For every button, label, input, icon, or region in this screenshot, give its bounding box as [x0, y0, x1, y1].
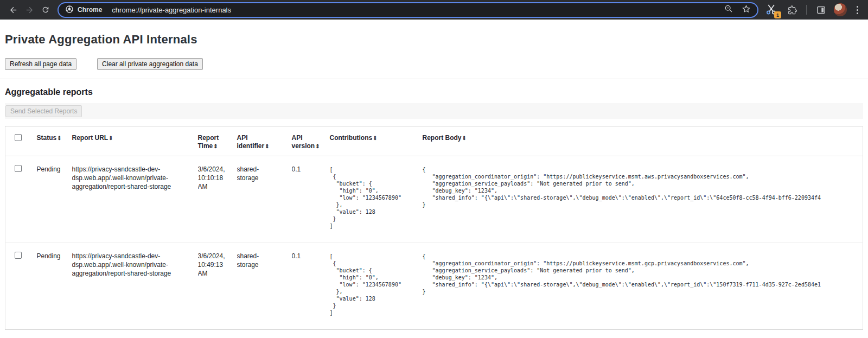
- reports-table: Status⇕ Report URL⇕ Report Time⇕ API ide…: [5, 126, 863, 330]
- back-button[interactable]: [5, 2, 21, 17]
- side-panel-button[interactable]: [813, 2, 828, 17]
- reports-table-toolbar: Send Selected Reports: [5, 103, 863, 119]
- sort-icon: ⇕: [315, 143, 320, 149]
- select-all-checkbox[interactable]: [15, 134, 22, 141]
- sort-icon: ⇕: [373, 135, 377, 141]
- header-report-url[interactable]: Report URL⇕: [72, 126, 198, 156]
- contributions-json: [ { "bucket": { "high": "0", "low": "123…: [330, 166, 417, 229]
- site-chip-label: Chrome: [78, 6, 102, 14]
- zoom-icon[interactable]: [724, 4, 733, 15]
- table-header-row: Status⇕ Report URL⇕ Report Time⇕ API ide…: [5, 126, 863, 156]
- row-checkbox[interactable]: [15, 252, 22, 259]
- site-chip: Chrome: [65, 5, 102, 15]
- report-body-json: { "aggregation_coordinator_origin": "htt…: [423, 166, 863, 208]
- sort-icon: ⇕: [213, 143, 218, 149]
- refresh-all-button[interactable]: Refresh all page data: [5, 58, 76, 70]
- address-bar[interactable]: Chrome chrome://private-aggregation-inte…: [58, 2, 758, 18]
- profile-avatar[interactable]: [834, 3, 847, 16]
- status-cell: Pending: [37, 156, 72, 243]
- sort-icon: ⇕: [108, 135, 113, 141]
- forward-icon: [25, 5, 34, 15]
- report-body-cell: { "aggregation_coordinator_origin": "htt…: [423, 243, 863, 330]
- report-time-cell: 3/6/2024, 10:10:18 AM: [198, 156, 237, 243]
- aggregatable-reports-heading: Aggregatable reports: [5, 87, 863, 97]
- url-text[interactable]: chrome://private-aggregation-internals: [112, 6, 724, 14]
- section-divider: [0, 79, 868, 79]
- report-url-cell: https://privacy-sandcastle-dev-dsp.web.a…: [72, 243, 198, 330]
- back-icon: [9, 5, 18, 15]
- private-aggregation-internals-page: Private Aggregation API Internals Refres…: [0, 20, 868, 330]
- contributions-json: [ { "bucket": { "high": "0", "low": "123…: [330, 253, 417, 316]
- kebab-icon: [857, 6, 858, 8]
- clear-all-button[interactable]: Clear all private aggregation data: [97, 58, 203, 70]
- contributions-cell: [ { "bucket": { "high": "0", "low": "123…: [330, 243, 423, 330]
- header-api-identifier[interactable]: API identifier⇕: [237, 126, 292, 156]
- browser-menu-button[interactable]: [852, 4, 863, 16]
- report-body-cell: { "aggregation_coordinator_origin": "htt…: [423, 156, 863, 243]
- toolbar-separator: [806, 5, 807, 15]
- table-row: Pending https://privacy-sandcastle-dev-d…: [5, 156, 863, 243]
- api-identifier-cell: shared-storage: [237, 156, 292, 243]
- table-row: Pending https://privacy-sandcastle-dev-d…: [5, 243, 863, 330]
- header-report-time[interactable]: Report Time⇕: [198, 126, 237, 156]
- send-selected-reports-button[interactable]: Send Selected Reports: [5, 105, 82, 117]
- extensions-button[interactable]: [784, 2, 800, 17]
- api-version-cell: 0.1: [292, 156, 330, 243]
- sort-icon: ⇕: [57, 135, 61, 141]
- extension-scissors-button[interactable]: 1: [765, 2, 779, 17]
- header-contributions[interactable]: Contributions⇕: [330, 126, 423, 156]
- contributions-cell: [ { "bucket": { "high": "0", "low": "123…: [330, 156, 423, 243]
- sort-icon: ⇕: [462, 135, 467, 141]
- reload-icon: [41, 5, 50, 14]
- header-status[interactable]: Status⇕: [37, 126, 72, 156]
- status-cell: Pending: [37, 243, 72, 330]
- report-url-cell: https://privacy-sandcastle-dev-dsp.web.a…: [72, 156, 198, 243]
- sort-icon: ⇕: [265, 143, 269, 149]
- bookmark-star-icon[interactable]: [742, 4, 751, 16]
- reload-button[interactable]: [38, 2, 53, 17]
- side-panel-icon: [816, 5, 826, 15]
- puzzle-icon: [787, 5, 797, 15]
- forward-button[interactable]: [22, 2, 37, 17]
- browser-toolbar: Chrome chrome://private-aggregation-inte…: [0, 0, 868, 20]
- report-time-cell: 3/6/2024, 10:49:13 AM: [198, 243, 237, 330]
- api-identifier-cell: shared-storage: [237, 243, 292, 330]
- header-report-body[interactable]: Report Body⇕: [423, 126, 863, 156]
- report-body-json: { "aggregation_coordinator_origin": "htt…: [423, 253, 863, 295]
- extension-badge: 1: [774, 11, 781, 18]
- chrome-logo-icon: [65, 5, 74, 15]
- api-version-cell: 0.1: [292, 243, 330, 330]
- row-checkbox[interactable]: [15, 165, 22, 172]
- page-title: Private Aggregation API Internals: [5, 33, 863, 47]
- header-api-version[interactable]: API version⇕: [292, 126, 330, 156]
